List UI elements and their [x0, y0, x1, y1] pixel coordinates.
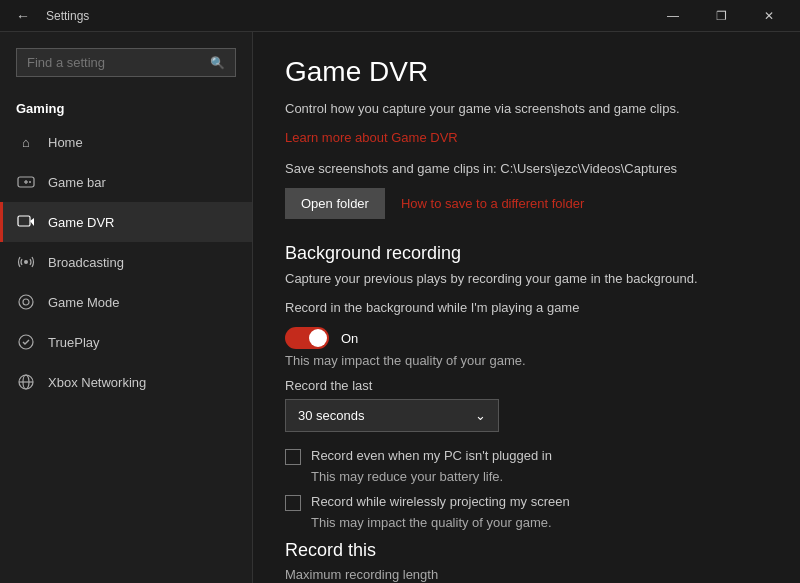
- background-record-toggle[interactable]: [285, 327, 329, 349]
- sidebar: 🔍 Gaming ⌂ Home Game bar: [0, 32, 253, 583]
- search-box[interactable]: 🔍: [16, 48, 236, 77]
- titlebar: ← Settings — ❐ ✕: [0, 0, 800, 32]
- gamebar-icon: [16, 172, 36, 192]
- svg-rect-4: [18, 216, 30, 226]
- svg-point-9: [19, 335, 33, 349]
- sidebar-item-broadcasting[interactable]: Broadcasting: [0, 242, 252, 282]
- page-description: Control how you capture your game via sc…: [285, 100, 768, 118]
- content-area: Game DVR Control how you capture your ga…: [253, 32, 800, 583]
- minimize-button[interactable]: —: [650, 0, 696, 32]
- toggle-state-label: On: [341, 331, 358, 346]
- sidebar-item-gamemode[interactable]: Game Mode: [0, 282, 252, 322]
- close-button[interactable]: ✕: [746, 0, 792, 32]
- checkbox-plugged-in[interactable]: [285, 449, 301, 465]
- sidebar-item-gamebar[interactable]: Game bar: [0, 162, 252, 202]
- gamedvr-icon: [16, 212, 36, 232]
- toggle-impact-text: This may impact the quality of your game…: [285, 353, 768, 368]
- gamemode-icon: [16, 292, 36, 312]
- sidebar-item-xboxnetworking-label: Xbox Networking: [48, 375, 146, 390]
- toggle-field-label: Record in the background while I'm playi…: [285, 300, 768, 315]
- sidebar-item-broadcasting-label: Broadcasting: [48, 255, 124, 270]
- bg-recording-title: Background recording: [285, 243, 768, 264]
- sidebar-item-gamedvr-label: Game DVR: [48, 215, 114, 230]
- toggle-knob: [309, 329, 327, 347]
- record-last-dropdown[interactable]: 30 seconds ⌄: [285, 399, 499, 432]
- sidebar-item-home-label: Home: [48, 135, 83, 150]
- learn-more-link[interactable]: Learn more about Game DVR: [285, 130, 768, 145]
- xboxnetworking-icon: [16, 372, 36, 392]
- different-folder-link[interactable]: How to save to a different folder: [401, 196, 584, 211]
- sidebar-header: 🔍: [0, 32, 252, 93]
- record-this-sub: Maximum recording length: [285, 567, 768, 582]
- record-last-label: Record the last: [285, 378, 768, 393]
- main-layout: 🔍 Gaming ⌂ Home Game bar: [0, 32, 800, 583]
- search-input[interactable]: [27, 55, 210, 70]
- sidebar-item-trueplay[interactable]: TruePlay: [0, 322, 252, 362]
- toggle-row: On: [285, 327, 768, 349]
- search-icon: 🔍: [210, 56, 225, 70]
- bg-recording-desc: Capture your previous plays by recording…: [285, 270, 768, 288]
- sidebar-item-home[interactable]: ⌂ Home: [0, 122, 252, 162]
- titlebar-controls: — ❐ ✕: [650, 0, 792, 32]
- sidebar-item-gamemode-label: Game Mode: [48, 295, 120, 310]
- svg-point-3: [29, 181, 31, 183]
- titlebar-title: Settings: [46, 9, 89, 23]
- titlebar-left: ← Settings: [8, 4, 89, 28]
- maximize-button[interactable]: ❐: [698, 0, 744, 32]
- folder-button-row: Open folder How to save to a different f…: [285, 188, 768, 219]
- record-last-value: 30 seconds: [298, 408, 365, 423]
- checkbox-plugged-in-sublabel: This may reduce your battery life.: [311, 469, 768, 484]
- sidebar-section-label: Gaming: [0, 93, 252, 122]
- page-title: Game DVR: [285, 56, 768, 88]
- back-button[interactable]: ←: [8, 4, 38, 28]
- checkbox-plugged-in-label: Record even when my PC isn't plugged in: [311, 448, 552, 463]
- checkbox-wireless[interactable]: [285, 495, 301, 511]
- sidebar-item-trueplay-label: TruePlay: [48, 335, 100, 350]
- checkbox-row-2: Record while wirelessly projecting my sc…: [285, 494, 768, 511]
- home-icon: ⌂: [16, 132, 36, 152]
- record-this-title: Record this: [285, 540, 768, 561]
- save-path-label: Save screenshots and game clips in: C:\U…: [285, 161, 768, 176]
- svg-point-6: [24, 260, 28, 264]
- sidebar-item-xboxnetworking[interactable]: Xbox Networking: [0, 362, 252, 402]
- broadcasting-icon: [16, 252, 36, 272]
- sidebar-item-gamebar-label: Game bar: [48, 175, 106, 190]
- checkbox-wireless-label: Record while wirelessly projecting my sc…: [311, 494, 570, 509]
- open-folder-button[interactable]: Open folder: [285, 188, 385, 219]
- svg-point-8: [23, 299, 29, 305]
- checkbox-row-1: Record even when my PC isn't plugged in: [285, 448, 768, 465]
- sidebar-item-gamedvr[interactable]: Game DVR: [0, 202, 252, 242]
- svg-marker-5: [30, 218, 34, 226]
- trueplay-icon: [16, 332, 36, 352]
- chevron-down-icon: ⌄: [475, 408, 486, 423]
- checkbox-wireless-sublabel: This may impact the quality of your game…: [311, 515, 768, 530]
- svg-point-7: [19, 295, 33, 309]
